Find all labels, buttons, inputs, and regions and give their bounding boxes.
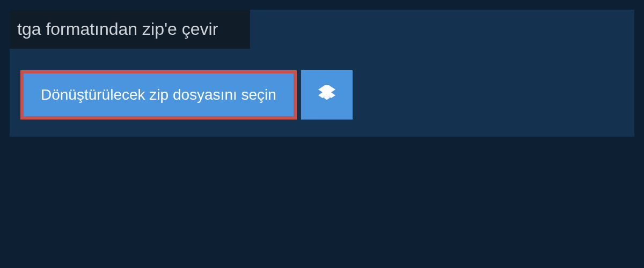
page-title: tga formatından zip'e çevir bbox=[10, 10, 250, 49]
dropbox-icon bbox=[318, 85, 335, 105]
dropbox-button[interactable] bbox=[301, 70, 353, 120]
button-row: Dönüştürülecek zip dosyasını seçin bbox=[20, 70, 634, 120]
select-file-button[interactable]: Dönüştürülecek zip dosyasını seçin bbox=[20, 70, 297, 120]
select-file-label: Dönüştürülecek zip dosyasını seçin bbox=[41, 86, 276, 103]
heading-text: tga formatından zip'e çevir bbox=[17, 19, 218, 39]
converter-panel: tga formatından zip'e çevir Dönüştürülec… bbox=[10, 10, 634, 137]
